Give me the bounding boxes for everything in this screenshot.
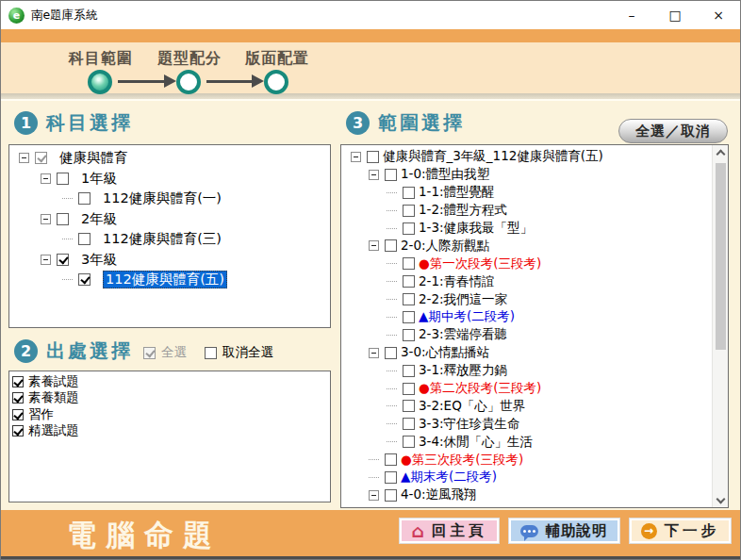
checkbox[interactable]: [403, 383, 415, 395]
list-item[interactable]: 習作: [12, 406, 330, 423]
tree-label[interactable]: 3-0:心情點播站: [401, 344, 489, 361]
checkbox[interactable]: [12, 376, 24, 387]
tree-row-exam[interactable]: ●第一次段考(三段考): [341, 255, 712, 272]
help-button[interactable]: 輔助說明: [508, 518, 620, 544]
checkbox[interactable]: [403, 257, 415, 270]
tree-label[interactable]: 1-3:健康我最「型」: [419, 220, 533, 237]
checkbox[interactable]: [403, 418, 415, 430]
tree-label[interactable]: ●第一次段考(三段考): [419, 255, 541, 272]
tree-label[interactable]: 2-3:雲端停看聽: [419, 326, 507, 343]
home-button[interactable]: ⌂ 回主頁: [399, 518, 499, 544]
checkbox[interactable]: [403, 436, 415, 448]
checkbox[interactable]: [403, 400, 415, 412]
checkbox[interactable]: [57, 173, 69, 185]
tree-row[interactable]: 4-0:逆風飛翔: [341, 486, 712, 504]
tree-label[interactable]: ▲期中考(二段考): [419, 308, 515, 325]
tree-row[interactable]: 112健康與體育(一): [9, 189, 330, 209]
list-item[interactable]: 素養類題: [12, 390, 330, 407]
checkbox[interactable]: [57, 213, 69, 225]
checkbox[interactable]: [403, 275, 415, 288]
close-button[interactable]: ×: [697, 1, 740, 29]
tree-row[interactable]: 2-2:我們這一家: [341, 290, 712, 308]
collapse-icon[interactable]: [369, 490, 379, 501]
tree-row[interactable]: 2-3:雲端停看聽: [341, 326, 712, 344]
tree-row[interactable]: 3-3:守住珍貴生命: [341, 415, 712, 433]
tree-row[interactable]: 2-1:青春情誼: [341, 272, 712, 290]
source-item-label[interactable]: 素養類題: [28, 389, 79, 406]
tree-row-exam[interactable]: ▲期末考(二段考): [341, 469, 712, 486]
collapse-icon[interactable]: [19, 153, 29, 163]
tree-row[interactable]: 2-0:人際新觀點: [341, 237, 712, 255]
checkbox[interactable]: [385, 489, 397, 502]
checkbox[interactable]: [385, 453, 397, 466]
tree-label[interactable]: 1-2:體型方程式: [419, 202, 507, 219]
tree-label[interactable]: 1-1:體型覺醒: [419, 184, 495, 201]
collapse-icon[interactable]: [369, 170, 379, 180]
deselect-all-checkbox[interactable]: [205, 347, 217, 359]
select-all-checkbox[interactable]: [143, 347, 156, 359]
tree-row[interactable]: 健康與體育: [9, 148, 330, 169]
checkbox[interactable]: [367, 151, 379, 163]
checkbox[interactable]: [403, 311, 415, 323]
tree-row[interactable]: 3-4:休閒「心」生活: [341, 433, 712, 451]
tree-row-selected[interactable]: 112健康與體育(五): [9, 270, 330, 290]
scrollbar-thumb[interactable]: [716, 163, 726, 350]
collapse-icon[interactable]: [369, 348, 379, 358]
checkbox[interactable]: [35, 152, 47, 164]
tree-label[interactable]: 2-2:我們這一家: [419, 291, 507, 308]
checkbox[interactable]: [403, 187, 415, 199]
minimize-button[interactable]: –: [610, 1, 653, 29]
tree-label[interactable]: 112健康與體育(三): [103, 230, 222, 248]
tree-row[interactable]: 2年級: [9, 209, 330, 230]
tree-row-exam[interactable]: ●第三次段考(三段考): [341, 451, 712, 469]
tree-label[interactable]: 112健康與體育(一): [103, 189, 222, 207]
tree-row[interactable]: 112健康與體育(三): [9, 229, 330, 250]
collapse-icon[interactable]: [41, 214, 51, 224]
scrollbar[interactable]: [712, 145, 728, 507]
source-item-label[interactable]: 精選試題: [28, 422, 79, 439]
checkbox[interactable]: [57, 254, 69, 266]
checkbox[interactable]: [403, 365, 415, 377]
select-all-toggle-button[interactable]: 全選／取消: [618, 119, 728, 143]
next-step-button[interactable]: 下一步: [629, 518, 733, 544]
checkbox[interactable]: [385, 239, 397, 252]
checkbox[interactable]: [12, 425, 24, 436]
tree-row[interactable]: 3年級: [9, 250, 330, 271]
tree-label[interactable]: 健康與體育: [59, 149, 128, 167]
maximize-button[interactable]: □: [653, 1, 697, 29]
tree-label[interactable]: 4-0:逆風飛翔: [401, 486, 477, 503]
tree-row[interactable]: 1-0:體型由我塑: [341, 166, 712, 184]
checkbox[interactable]: [78, 233, 91, 245]
checkbox[interactable]: [403, 293, 415, 305]
tree-label[interactable]: 3-2:EQ「心」世界: [419, 398, 525, 415]
tree-label[interactable]: ▲期末考(二段考): [401, 469, 497, 486]
scroll-down-icon[interactable]: [716, 495, 726, 504]
scroll-up-icon[interactable]: [716, 150, 726, 159]
checkbox[interactable]: [385, 169, 397, 181]
collapse-icon[interactable]: [41, 173, 51, 184]
tree-label[interactable]: 健康與體育_3年級_112健康與體育(五): [383, 148, 603, 165]
tree-label[interactable]: 1-0:體型由我塑: [401, 166, 489, 183]
checkbox[interactable]: [403, 222, 415, 235]
tree-row-exam[interactable]: ●第二次段考(三段考): [341, 380, 712, 398]
list-item[interactable]: 精選試題: [12, 423, 330, 440]
collapse-icon[interactable]: [41, 255, 51, 265]
tree-label[interactable]: ●第二次段考(三段考): [419, 380, 541, 397]
checkbox[interactable]: [385, 347, 397, 359]
source-item-label[interactable]: 素養試題: [28, 373, 79, 390]
list-item[interactable]: 素養試題: [12, 373, 330, 390]
tree-label[interactable]: 3-3:守住珍貴生命: [419, 416, 520, 433]
checkbox[interactable]: [403, 205, 415, 217]
tree-label[interactable]: 2年級: [81, 210, 117, 228]
tree-label[interactable]: 1年級: [81, 170, 117, 188]
source-item-label[interactable]: 習作: [28, 406, 54, 423]
tree-row[interactable]: 3-1:釋放壓力鍋: [341, 362, 712, 380]
checkbox[interactable]: [78, 273, 91, 286]
tree-row[interactable]: 3-2:EQ「心」世界: [341, 397, 712, 415]
tree-row[interactable]: 1-3:健康我最「型」: [341, 220, 712, 238]
collapse-icon[interactable]: [351, 152, 361, 162]
checkbox[interactable]: [385, 471, 397, 484]
tree-label[interactable]: 3-4:休閒「心」生活: [419, 434, 533, 451]
tree-label[interactable]: 3年級: [81, 251, 117, 269]
tree-row[interactable]: 3-0:心情點播站: [341, 344, 712, 362]
